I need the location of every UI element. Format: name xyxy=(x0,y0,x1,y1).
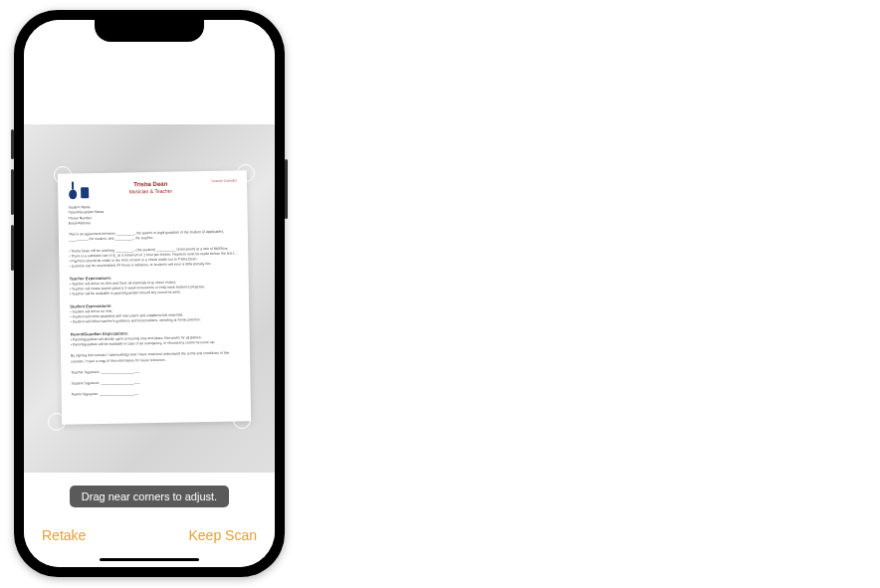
signature-line: Student Signature: ____________________ xyxy=(71,379,240,387)
document-logo xyxy=(68,181,90,199)
bottom-toolbar: Drag near corners to adjust. Retake Keep… xyxy=(24,476,275,567)
closing-text: By signing this contract I acknowledge t… xyxy=(71,351,229,363)
crop-handle-top-left[interactable] xyxy=(54,166,72,184)
crop-handle-bottom-left[interactable] xyxy=(48,413,66,431)
section-heading: Student Expectations: xyxy=(70,302,111,308)
crop-handle-top-right[interactable] xyxy=(237,164,255,182)
volume-down xyxy=(11,225,14,271)
signature-line: Parent Signature: ____________________ xyxy=(72,390,241,398)
section-heading: Teacher Expectations: xyxy=(70,275,111,281)
svg-rect-2 xyxy=(81,187,89,198)
document-type-label: Lesson Contract xyxy=(211,179,237,184)
hint-tooltip: Drag near corners to adjust. xyxy=(70,486,229,507)
retake-button[interactable]: Retake xyxy=(42,527,86,543)
volume-up xyxy=(11,169,14,215)
section-heading: Parent/Guardian Expectations: xyxy=(71,330,129,336)
scan-preview-area[interactable]: Trisha Dean Musician & Teacher Lesson Co… xyxy=(24,124,275,473)
phone-frame: Trisha Dean Musician & Teacher Lesson Co… xyxy=(14,10,285,577)
drum-icon xyxy=(80,185,90,199)
scanned-document: Trisha Dean Musician & Teacher Lesson Co… xyxy=(58,170,251,424)
document-intro: This is an agreement between __________ … xyxy=(69,230,224,242)
signature-line: Teacher Signature: ____________________ xyxy=(71,367,240,375)
guitar-icon xyxy=(68,181,78,199)
svg-rect-0 xyxy=(72,181,74,189)
crop-handle-bottom-right[interactable] xyxy=(233,411,251,429)
home-indicator[interactable] xyxy=(100,558,199,561)
side-button xyxy=(285,159,288,219)
keep-scan-button[interactable]: Keep Scan xyxy=(189,527,258,543)
phone-screen: Trisha Dean Musician & Teacher Lesson Co… xyxy=(24,20,275,567)
mute-switch xyxy=(11,129,14,159)
svg-point-1 xyxy=(69,189,77,199)
notch xyxy=(95,20,204,42)
document-subtitle: Musician & Teacher xyxy=(90,187,212,196)
